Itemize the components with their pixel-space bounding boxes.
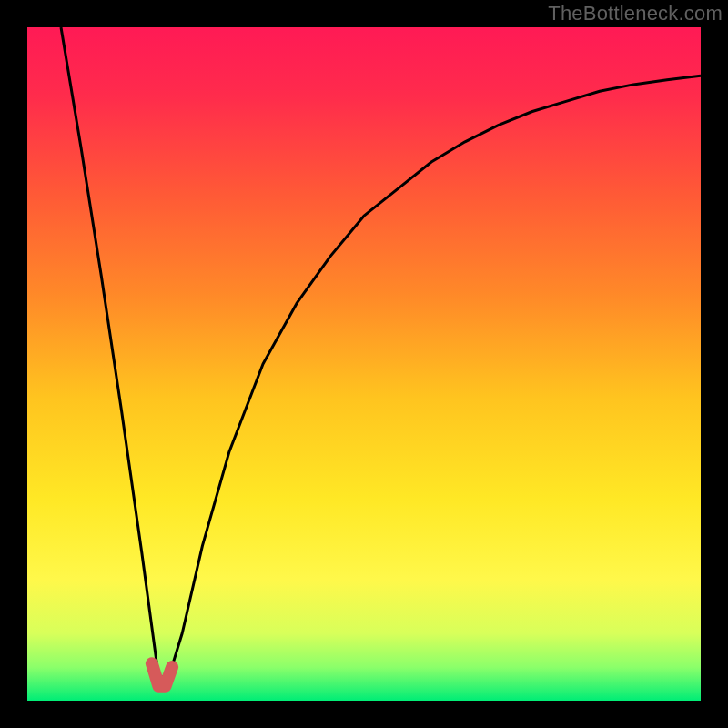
chart-frame: TheBottleneck.com xyxy=(0,0,728,728)
bottleneck-curve xyxy=(27,27,701,701)
plot-area xyxy=(27,27,701,701)
watermark-text: TheBottleneck.com xyxy=(548,2,723,25)
